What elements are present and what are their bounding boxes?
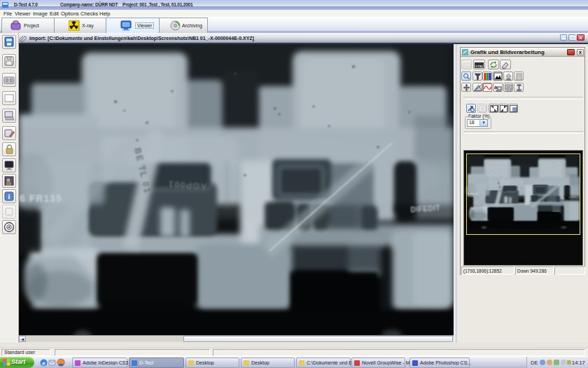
- svg-text:x-ray: x-ray: [475, 64, 484, 68]
- svg-text:CROP: CROP: [505, 90, 512, 93]
- svg-text:6 FR135: 6 FR135: [468, 193, 479, 196]
- svg-text:a: a: [494, 84, 498, 90]
- svg-text:i: i: [8, 193, 10, 200]
- svg-text:e: e: [42, 360, 46, 367]
- svg-text:MBI: MBI: [506, 78, 511, 81]
- svg-text:6 FR135: 6 FR135: [20, 193, 62, 204]
